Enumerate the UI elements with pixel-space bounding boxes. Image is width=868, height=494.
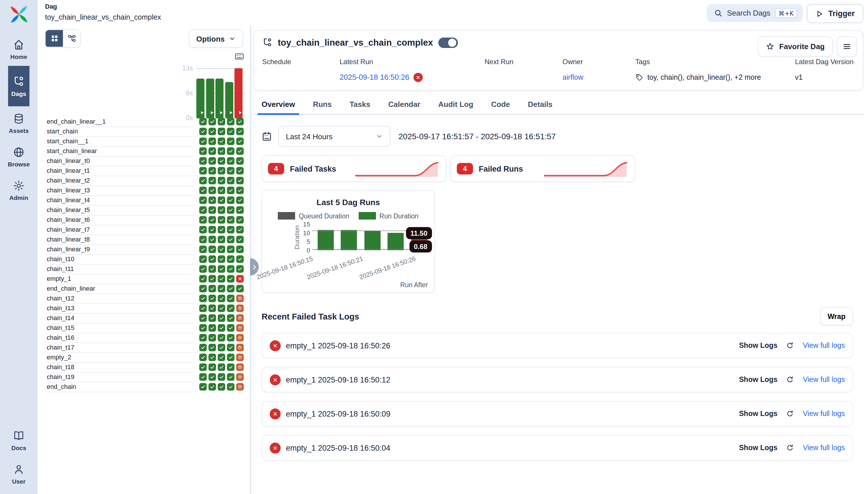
task-instance-success-icon[interactable] bbox=[199, 167, 207, 174]
time-range-select[interactable]: Last 24 Hours bbox=[278, 126, 390, 147]
task-instance-success-icon[interactable] bbox=[218, 255, 225, 263]
task-instance-success-icon[interactable] bbox=[227, 304, 235, 312]
task-instance-success-icon[interactable] bbox=[218, 304, 225, 312]
task-instance-success-icon[interactable] bbox=[227, 137, 235, 145]
task-instance-success-icon[interactable] bbox=[227, 128, 235, 135]
task-instance-success-icon[interactable] bbox=[199, 285, 207, 292]
task-instance-success-icon[interactable] bbox=[209, 137, 216, 145]
task-instance-success-icon[interactable] bbox=[218, 265, 225, 273]
task-instance-success-icon[interactable] bbox=[209, 236, 216, 243]
task-name[interactable]: chain_linear_t6 bbox=[47, 215, 193, 225]
dag-pause-toggle[interactable] bbox=[438, 38, 458, 48]
task-instance-success-icon[interactable] bbox=[218, 167, 225, 174]
task-instance-success-icon[interactable] bbox=[227, 177, 235, 184]
task-instance-success-icon[interactable] bbox=[227, 383, 235, 391]
task-instance-success-icon[interactable] bbox=[236, 246, 244, 253]
task-instance-success-icon[interactable] bbox=[199, 128, 207, 135]
task-instance-success-icon[interactable] bbox=[199, 383, 207, 391]
task-instance-success-icon[interactable] bbox=[199, 314, 207, 322]
tab-audit-log[interactable]: Audit Log bbox=[438, 100, 473, 114]
task-instance-success-icon[interactable] bbox=[218, 128, 225, 135]
task-instance-success-icon[interactable] bbox=[218, 314, 225, 322]
task-instance-success-icon[interactable] bbox=[227, 285, 235, 292]
task-name[interactable]: end_chain_linear bbox=[47, 283, 193, 294]
task-instance-success-icon[interactable] bbox=[218, 196, 225, 204]
panel-divider[interactable] bbox=[250, 26, 251, 494]
sidebar-item-assets[interactable]: Assets bbox=[8, 106, 30, 140]
task-instance-success-icon[interactable] bbox=[209, 314, 216, 322]
task-name[interactable]: end_chain_linear__1 bbox=[47, 116, 193, 127]
task-instance-success-icon[interactable] bbox=[209, 363, 216, 371]
task-instance-success-icon[interactable] bbox=[209, 373, 216, 381]
task-instance-success-icon[interactable] bbox=[218, 285, 225, 292]
task-instance-success-icon[interactable] bbox=[209, 383, 216, 391]
task-instance-success-icon[interactable] bbox=[218, 383, 225, 391]
task-instance-success-icon[interactable] bbox=[209, 334, 216, 341]
task-name[interactable]: chain_t18 bbox=[47, 362, 193, 373]
task-instance-success-icon[interactable] bbox=[218, 294, 225, 302]
task-instance-success-icon[interactable] bbox=[209, 147, 216, 155]
task-instance-success-icon[interactable] bbox=[218, 246, 225, 253]
tab-runs[interactable]: Runs bbox=[313, 100, 332, 114]
task-instance-upstream_failed-icon[interactable] bbox=[236, 304, 244, 312]
task-instance-success-icon[interactable] bbox=[218, 275, 225, 283]
task-instance-success-icon[interactable] bbox=[199, 206, 207, 214]
tab-tasks[interactable]: Tasks bbox=[350, 100, 371, 114]
task-instance-failed-icon[interactable] bbox=[236, 275, 244, 283]
task-name[interactable]: end_chain bbox=[47, 382, 193, 392]
failed-run-status-icon[interactable] bbox=[413, 73, 422, 82]
task-instance-success-icon[interactable] bbox=[227, 196, 235, 204]
view-full-logs-link[interactable]: View full logs bbox=[803, 444, 845, 452]
task-instance-success-icon[interactable] bbox=[227, 275, 235, 283]
task-instance-success-icon[interactable] bbox=[199, 137, 207, 145]
task-instance-success-icon[interactable] bbox=[236, 255, 244, 263]
task-name[interactable]: chain_linear_t7 bbox=[47, 225, 193, 235]
chart-run-bar[interactable] bbox=[318, 230, 334, 250]
task-name[interactable]: chain_t13 bbox=[47, 303, 193, 314]
task-name[interactable]: chain_linear_t3 bbox=[47, 185, 193, 195]
airflow-logo-icon[interactable] bbox=[9, 5, 28, 24]
view-full-logs-link[interactable]: View full logs bbox=[803, 410, 845, 418]
task-instance-success-icon[interactable] bbox=[218, 226, 225, 233]
task-instance-success-icon[interactable] bbox=[227, 246, 235, 253]
task-instance-success-icon[interactable] bbox=[236, 206, 244, 214]
task-instance-success-icon[interactable] bbox=[236, 177, 244, 184]
task-instance-success-icon[interactable] bbox=[218, 187, 225, 194]
show-logs-button[interactable]: Show Logs bbox=[739, 341, 777, 349]
task-instance-success-icon[interactable] bbox=[209, 354, 216, 361]
tab-details[interactable]: Details bbox=[528, 100, 552, 114]
task-instance-success-icon[interactable] bbox=[199, 177, 207, 184]
task-name[interactable]: chain_linear_t4 bbox=[47, 195, 193, 205]
keyboard-shortcuts-icon[interactable] bbox=[235, 52, 244, 61]
failed-tasks-card[interactable]: 4 Failed Tasks bbox=[262, 155, 447, 182]
task-name[interactable]: chain_t10 bbox=[47, 254, 193, 264]
task-instance-success-icon[interactable] bbox=[236, 128, 244, 135]
task-instance-success-icon[interactable] bbox=[236, 118, 244, 126]
sidebar-item-browse[interactable]: Browse bbox=[8, 140, 30, 173]
task-instance-success-icon[interactable] bbox=[199, 246, 207, 253]
latest-run-link[interactable]: 2025-09-18 16:50:26 bbox=[340, 73, 409, 81]
task-instance-success-icon[interactable] bbox=[209, 275, 216, 283]
failed-runs-card[interactable]: 4 Failed Runs bbox=[451, 155, 635, 182]
task-name[interactable]: empty_1 bbox=[47, 273, 193, 284]
sidebar-item-docs[interactable]: Docs bbox=[0, 423, 38, 457]
task-instance-success-icon[interactable] bbox=[236, 157, 244, 165]
task-instance-success-icon[interactable] bbox=[227, 226, 235, 233]
task-name[interactable]: chain_t19 bbox=[47, 372, 193, 382]
dag-run-duration-bar[interactable] bbox=[206, 79, 214, 118]
task-instance-success-icon[interactable] bbox=[218, 344, 225, 351]
task-instance-success-icon[interactable] bbox=[236, 167, 244, 174]
task-instance-success-icon[interactable] bbox=[218, 216, 225, 224]
sidebar-item-admin[interactable]: Admin bbox=[8, 173, 30, 207]
task-instance-success-icon[interactable] bbox=[218, 236, 225, 243]
task-instance-upstream_failed-icon[interactable] bbox=[236, 344, 244, 351]
chart-run-bar[interactable] bbox=[341, 230, 357, 250]
sidebar-item-user[interactable]: User bbox=[0, 457, 38, 491]
task-instance-success-icon[interactable] bbox=[199, 187, 207, 194]
tab-overview[interactable]: Overview bbox=[262, 100, 295, 114]
task-name[interactable]: chain_t15 bbox=[47, 323, 193, 333]
task-instance-success-icon[interactable] bbox=[209, 344, 216, 351]
tab-code[interactable]: Code bbox=[491, 100, 510, 114]
refresh-icon[interactable] bbox=[786, 410, 794, 418]
task-instance-success-icon[interactable] bbox=[199, 118, 207, 126]
